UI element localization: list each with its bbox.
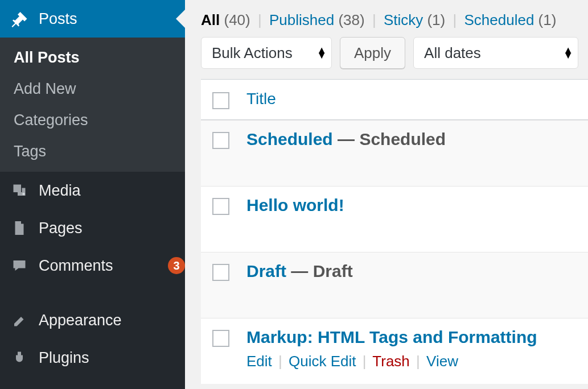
- nav-media[interactable]: Media: [0, 172, 185, 209]
- comments-icon: [10, 256, 28, 275]
- post-status-filters: All (40) | Published (38) | Sticky (1) |…: [185, 0, 588, 37]
- action-sep: |: [360, 353, 369, 370]
- column-header-title[interactable]: Title: [246, 90, 276, 107]
- filter-sticky[interactable]: Sticky: [384, 11, 423, 28]
- row-checkbox[interactable]: [212, 198, 229, 215]
- appearance-icon: [10, 311, 28, 329]
- post-title-link[interactable]: Hello world!: [246, 196, 344, 214]
- action-sep: |: [276, 353, 285, 370]
- post-status-sep: —: [333, 130, 360, 148]
- pin-icon: [10, 10, 28, 28]
- filter-scheduled[interactable]: Scheduled: [464, 11, 534, 28]
- table-header-row: Title: [201, 80, 588, 120]
- nav-media-label: Media: [39, 182, 185, 200]
- apply-button[interactable]: Apply: [340, 37, 405, 69]
- filter-scheduled-count: (1): [538, 11, 557, 28]
- post-status-sep: —: [286, 262, 313, 280]
- apply-button-label: Apply: [354, 44, 391, 62]
- filter-sticky-count: (1): [427, 11, 445, 28]
- nav-posts-label: Posts: [39, 10, 185, 28]
- post-status: Draft: [313, 262, 353, 280]
- bulk-actions-select[interactable]: Bulk Actions: [201, 37, 332, 69]
- date-filter-value: All dates: [424, 44, 481, 62]
- action-view[interactable]: View: [426, 353, 458, 370]
- table-row: Markup: HTML Tags and Formatting Edit | …: [201, 318, 588, 384]
- plugins-icon: [10, 349, 28, 367]
- filter-all[interactable]: All: [201, 11, 220, 28]
- nav-comments[interactable]: Comments 3: [0, 247, 185, 284]
- row-checkbox[interactable]: [212, 132, 229, 149]
- bulk-actions-value: Bulk Actions: [212, 44, 293, 62]
- post-title-link[interactable]: Markup: HTML Tags and Formatting: [246, 328, 537, 346]
- filter-published[interactable]: Published: [269, 11, 334, 28]
- table-controls: Bulk Actions Apply All dates: [185, 37, 588, 79]
- nav-comments-label: Comments: [39, 257, 162, 275]
- post-title-link[interactable]: Draft: [246, 262, 286, 280]
- table-row: Scheduled — Scheduled: [201, 120, 588, 186]
- filter-sep: |: [449, 11, 460, 28]
- filter-sep: |: [254, 11, 265, 28]
- action-sep: |: [414, 353, 422, 370]
- filter-sep: |: [369, 11, 380, 28]
- posts-table: Title Scheduled — Scheduled Hello world!…: [201, 79, 588, 384]
- nav-posts[interactable]: Posts: [0, 0, 185, 38]
- select-all-checkbox[interactable]: [212, 92, 229, 109]
- stepper-icon: [563, 48, 573, 58]
- admin-sidebar: Posts All Posts Add New Categories Tags …: [0, 0, 185, 389]
- svg-point-0: [22, 193, 25, 196]
- subnav-all-posts[interactable]: All Posts: [0, 42, 185, 73]
- spacer: [0, 284, 185, 301]
- posts-submenu: All Posts Add New Categories Tags: [0, 38, 185, 172]
- row-checkbox[interactable]: [212, 264, 229, 281]
- date-filter-select[interactable]: All dates: [413, 37, 578, 69]
- nav-pages-label: Pages: [39, 220, 185, 237]
- subnav-categories[interactable]: Categories: [0, 105, 185, 136]
- action-trash[interactable]: Trash: [372, 353, 410, 370]
- nav-appearance[interactable]: Appearance: [0, 301, 185, 339]
- filter-published-count: (38): [338, 11, 364, 28]
- row-checkbox[interactable]: [212, 330, 229, 347]
- stepper-icon: [316, 48, 327, 58]
- row-actions: Edit | Quick Edit | Trash | View: [246, 353, 588, 370]
- action-edit[interactable]: Edit: [246, 353, 272, 370]
- main-panel: All (40) | Published (38) | Sticky (1) |…: [185, 0, 588, 389]
- nav-plugins-label: Plugins: [39, 349, 185, 367]
- table-row: Draft — Draft: [201, 252, 588, 318]
- nav-appearance-label: Appearance: [39, 312, 185, 329]
- action-quick-edit[interactable]: Quick Edit: [289, 353, 356, 370]
- nav-plugins[interactable]: Plugins: [0, 339, 185, 376]
- pages-icon: [10, 219, 28, 237]
- subnav-add-new[interactable]: Add New: [0, 73, 185, 105]
- subnav-tags[interactable]: Tags: [0, 136, 185, 167]
- media-icon: [10, 181, 28, 200]
- filter-all-count: (40): [224, 11, 250, 28]
- comments-count-badge: 3: [168, 257, 185, 274]
- post-status: Scheduled: [359, 130, 446, 148]
- table-row: Hello world!: [201, 186, 588, 252]
- nav-pages[interactable]: Pages: [0, 209, 185, 247]
- post-title-link[interactable]: Scheduled: [246, 130, 333, 148]
